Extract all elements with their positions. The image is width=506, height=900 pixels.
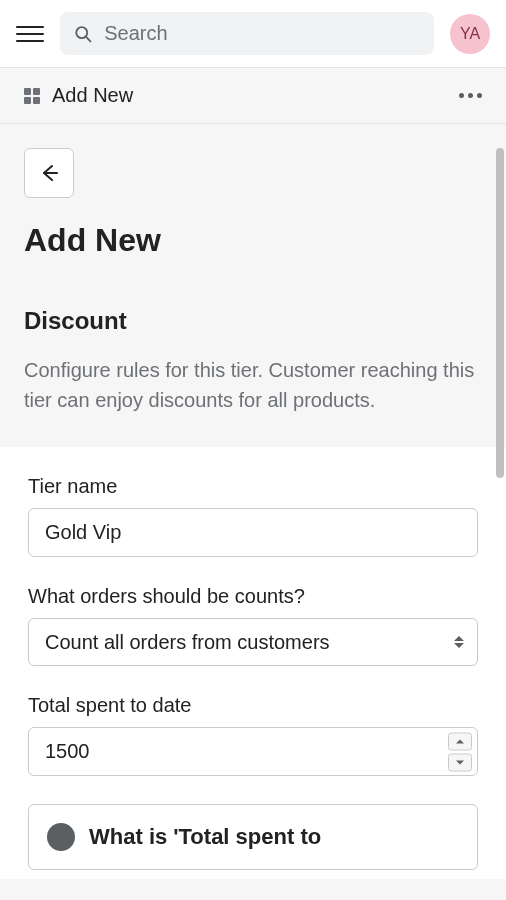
scrollbar-thumb[interactable] <box>496 148 504 478</box>
tier-name-label: Tier name <box>28 475 478 498</box>
tier-name-group: Tier name <box>28 475 478 557</box>
info-box[interactable]: What is 'Total spent to <box>28 804 478 870</box>
tier-name-input[interactable] <box>28 508 478 557</box>
total-spent-group: Total spent to date <box>28 694 478 776</box>
back-button[interactable] <box>24 148 74 198</box>
arrow-left-icon <box>38 162 60 184</box>
total-spent-input[interactable] <box>28 727 478 776</box>
svg-point-0 <box>76 27 87 38</box>
orders-count-select[interactable]: Count all orders from customers <box>28 618 478 666</box>
content-area: Add New Discount Configure rules for thi… <box>0 124 506 879</box>
subheader-title: Add New <box>52 84 133 107</box>
total-spent-label: Total spent to date <box>28 694 478 717</box>
search-icon <box>74 24 92 44</box>
page-title: Add New <box>24 222 482 259</box>
orders-count-label: What orders should be counts? <box>28 585 478 608</box>
sub-header: Add New <box>0 68 506 124</box>
info-icon <box>47 823 75 851</box>
avatar[interactable]: YA <box>450 14 490 54</box>
stepper-down-button[interactable] <box>448 753 472 771</box>
orders-count-group: What orders should be counts? Count all … <box>28 585 478 666</box>
svg-line-1 <box>86 37 90 41</box>
stepper-up-button[interactable] <box>448 732 472 750</box>
app-grid-icon <box>24 88 40 104</box>
more-options-icon[interactable] <box>459 93 482 98</box>
search-input[interactable] <box>104 22 420 45</box>
form-card: Tier name What orders should be counts? … <box>0 447 506 879</box>
hamburger-menu-icon[interactable] <box>16 20 44 48</box>
section-heading: Discount <box>24 307 482 335</box>
top-bar: YA <box>0 0 506 68</box>
search-box[interactable] <box>60 12 434 55</box>
info-text: What is 'Total spent to <box>89 824 321 850</box>
section-description: Configure rules for this tier. Customer … <box>24 355 482 415</box>
